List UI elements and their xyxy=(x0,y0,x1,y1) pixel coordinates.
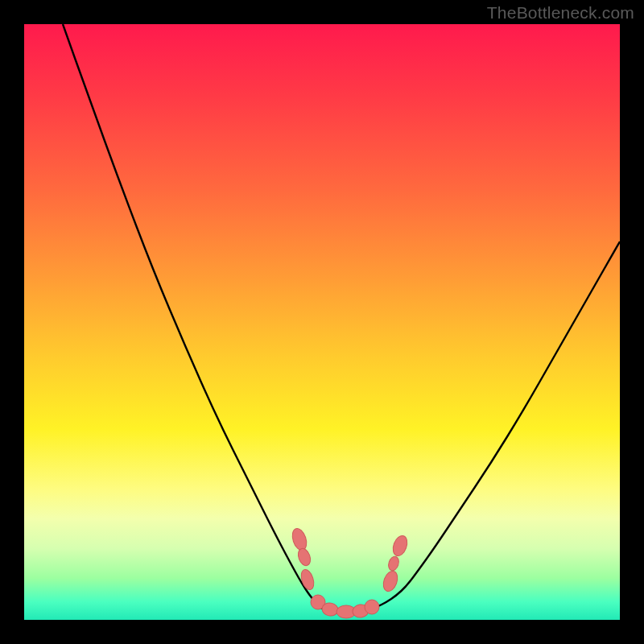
right-curve xyxy=(372,242,620,609)
data-marker xyxy=(365,600,379,614)
data-marker xyxy=(299,568,316,591)
data-marker xyxy=(390,534,410,558)
plot-area xyxy=(24,24,620,620)
left-curve xyxy=(63,24,322,608)
chart-svg xyxy=(24,24,620,620)
watermark-text: TheBottleneck.com xyxy=(487,3,634,23)
data-marker xyxy=(387,555,401,572)
data-marker xyxy=(381,569,400,593)
data-marker xyxy=(290,526,309,552)
chart-frame: { "watermark": "TheBottleneck.com", "col… xyxy=(0,0,644,644)
data-marker xyxy=(296,547,313,567)
marker-group xyxy=(290,526,410,618)
